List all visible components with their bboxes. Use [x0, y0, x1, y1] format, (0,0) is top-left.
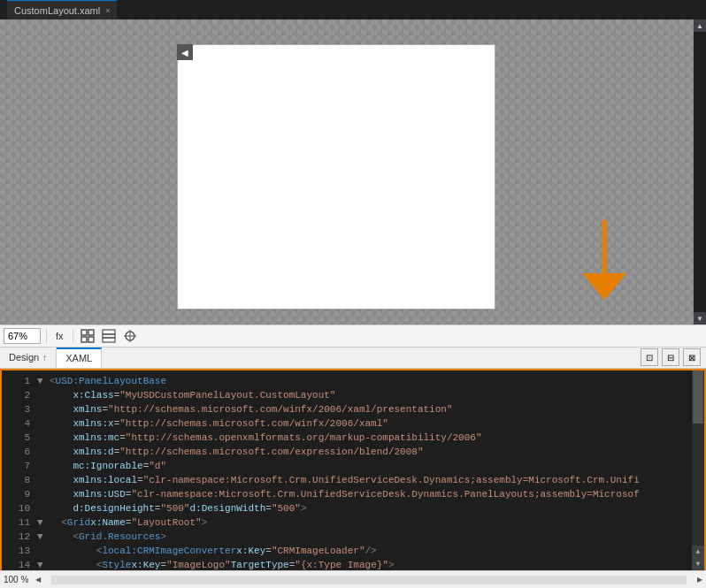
chevron-left-icon: ◀ — [181, 48, 188, 57]
xml-editor[interactable]: 1 ▼ <USD:PanelLayoutBase 2 x:Class="MyUS… — [0, 369, 706, 570]
line-num-9: 9 — [5, 487, 30, 501]
title-bar: CustomLayout.xaml × — [0, 0, 706, 19]
arrow-down-indicator — [582, 220, 626, 307]
bottom-scrollbar[interactable] — [51, 576, 687, 584]
toolbar: 67% fx — [0, 325, 706, 347]
scroll-up-btn[interactable]: ▲ — [694, 19, 706, 32]
expand-14[interactable]: ▼ — [37, 558, 50, 570]
xml-line-8: 8 xmlns:local="clr-namespace:Microsoft.C… — [2, 473, 704, 487]
svg-rect-4 — [81, 337, 87, 342]
designer-canvas-area: ◀ ▲ ▼ — [0, 19, 706, 325]
xml-line-10: 10 d:DesignHeight="500" d:DesignWidth="5… — [2, 501, 704, 515]
xml-line-5: 5 xmlns:mc="http://schemas.openxmlformat… — [2, 431, 704, 445]
svg-rect-3 — [88, 330, 94, 335]
tab-label: CustomLayout.xaml — [14, 5, 100, 16]
line-num-10: 10 — [5, 501, 30, 515]
xml-line-1: 1 ▼ <USD:PanelLayoutBase — [2, 374, 704, 388]
xaml-tab-label: XAML — [65, 353, 92, 363]
xml-line-6: 6 xmlns:d="http://schemas.microsoft.com/… — [2, 445, 704, 459]
xaml-tab[interactable]: XAML — [57, 347, 102, 368]
design-tab[interactable]: Design ↑ — [0, 347, 57, 368]
zoom-input[interactable]: 67% — [4, 328, 41, 344]
split-editor-btn[interactable]: ⊟ — [662, 348, 679, 366]
line-num-5: 5 — [5, 431, 30, 445]
toolbar-separator-2 — [73, 329, 73, 343]
line-num-1: 1 — [5, 374, 30, 388]
xml-line-12: 12 ▼ <Grid.Resources> — [2, 530, 704, 544]
xml-scroll-down-btn[interactable]: ▼ — [692, 558, 704, 570]
svg-rect-8 — [103, 338, 115, 342]
svg-rect-2 — [81, 330, 87, 335]
svg-rect-6 — [103, 330, 115, 334]
expand-11[interactable]: ▼ — [37, 515, 50, 530]
expand-editor-btn[interactable]: ⊡ — [641, 348, 658, 366]
xml-right-scrollbar[interactable]: ▲ ▼ — [692, 370, 704, 570]
xml-line-13: 13 <local:CRMImageConverter x:Key="CRMIm… — [2, 544, 704, 558]
design-tab-arrow: ↑ — [42, 353, 47, 363]
svg-marker-1 — [582, 273, 626, 300]
xml-line-9: 9 xmlns:USD="clr-namespace:Microsoft.Crm… — [2, 487, 704, 501]
xml-line-14: 14 ▼ <Style x:Key="ImageLogo" TargetType… — [2, 558, 704, 570]
design-canvas — [177, 44, 495, 309]
line-num-11: 11 — [5, 515, 30, 530]
xml-scroll-up-btn[interactable]: ▲ — [692, 546, 704, 558]
svg-rect-5 — [88, 337, 94, 342]
fx-button[interactable]: fx — [52, 329, 67, 343]
xml-line-2: 2 x:Class="MyUSDCustomPanelLayout.Custom… — [2, 388, 704, 402]
grid-view-icon[interactable] — [79, 327, 96, 345]
zoom-value: 67% — [8, 331, 27, 341]
xml-line-11: 11 ▼ <Grid x:Name="LayoutRoot" > — [2, 515, 704, 530]
close-tab-icon[interactable]: × — [105, 6, 110, 15]
scroll-down-btn[interactable]: ▼ — [694, 312, 706, 325]
view-tab-buttons: ⊡ ⊟ ⊠ — [639, 347, 706, 368]
xml-line-3: 3 xmlns="http://schemas.microsoft.com/wi… — [2, 402, 704, 416]
svg-rect-7 — [103, 334, 115, 338]
xml-content: 1 ▼ <USD:PanelLayoutBase 2 x:Class="MyUS… — [2, 370, 704, 570]
xml-editor-wrapper: 1 ▼ <USD:PanelLayoutBase 2 x:Class="MyUS… — [0, 369, 706, 570]
line-num-2: 2 — [5, 388, 30, 402]
xml-line-7: 7 mc:Ignorable="d" — [2, 459, 704, 473]
line-num-8: 8 — [5, 473, 30, 487]
xml-line-4: 4 xmlns:x="http://schemas.microsoft.com/… — [2, 416, 704, 431]
line-num-14: 14 — [5, 558, 30, 570]
expand-12[interactable]: ▼ — [37, 530, 50, 544]
file-tab[interactable]: CustomLayout.xaml × — [7, 0, 117, 19]
line-num-12: 12 — [5, 530, 30, 544]
main-container: ◀ ▲ ▼ 67% fx — [0, 19, 706, 588]
line-num-4: 4 — [5, 416, 30, 431]
toolbar-separator-1 — [46, 329, 47, 343]
bottom-zoom-value: 100 % — [4, 575, 28, 584]
bottom-status-bar: 100 % ◀ ▶ — [0, 570, 706, 588]
canvas-collapse-handle[interactable]: ◀ — [177, 44, 193, 60]
table-view-icon[interactable] — [100, 327, 118, 345]
expand-1[interactable]: ▼ — [37, 374, 50, 388]
line-num-6: 6 — [5, 445, 30, 459]
layout-editor-btn[interactable]: ⊠ — [683, 348, 701, 366]
bottom-scroll-right-btn[interactable]: ▶ — [697, 576, 702, 584]
line-num-13: 13 — [5, 544, 30, 558]
snap-icon[interactable] — [121, 327, 139, 345]
view-tabs: Design ↑ XAML ⊡ ⊟ ⊠ — [0, 347, 706, 369]
designer-scrollbar[interactable]: ▲ ▼ — [694, 19, 706, 325]
line-num-7: 7 — [5, 459, 30, 473]
line-num-3: 3 — [5, 402, 30, 416]
xml-scroll-thumb[interactable] — [693, 370, 703, 424]
design-tab-label: Design — [9, 352, 39, 363]
scroll-track — [694, 32, 706, 312]
expand-2 — [37, 388, 50, 402]
bottom-scroll-left-btn[interactable]: ◀ — [35, 576, 41, 584]
bottom-zoom: 100 % — [4, 575, 28, 584]
